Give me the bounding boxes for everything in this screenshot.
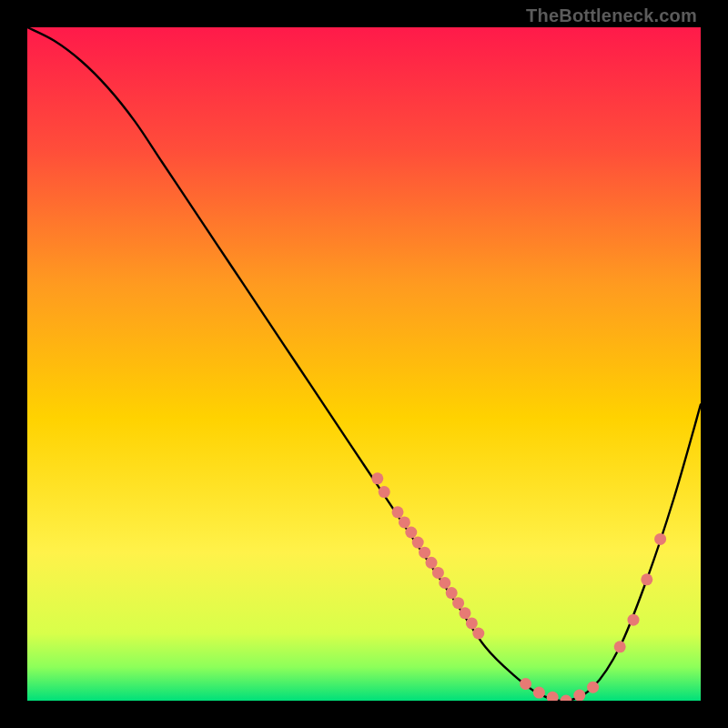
curve-dot bbox=[439, 577, 450, 589]
curve-dot bbox=[466, 617, 478, 629]
curve-dot bbox=[452, 597, 464, 609]
curve-dot bbox=[432, 567, 444, 579]
chart-frame bbox=[27, 27, 701, 701]
curve-dot bbox=[446, 587, 458, 599]
curve-dot bbox=[371, 472, 383, 484]
curve-dot bbox=[379, 486, 390, 498]
curve-dot bbox=[392, 506, 404, 518]
watermark-text: TheBottleneck.com bbox=[526, 5, 697, 26]
curve-dot bbox=[412, 537, 424, 549]
curve-dot bbox=[419, 547, 430, 559]
curve-dot bbox=[654, 533, 666, 545]
curve-dot bbox=[472, 628, 484, 640]
curve-dot bbox=[460, 607, 471, 619]
curve-dot bbox=[405, 527, 417, 539]
curve-dot bbox=[641, 573, 652, 585]
curve-dot bbox=[533, 687, 545, 699]
curve-dot bbox=[399, 516, 410, 528]
curve-dot bbox=[628, 614, 640, 626]
curve-dot bbox=[614, 641, 626, 652]
curve-dot bbox=[426, 557, 438, 569]
curve-dot bbox=[520, 678, 531, 690]
curve-dot bbox=[587, 682, 599, 693]
gradient-background bbox=[27, 27, 701, 701]
curve-dot bbox=[573, 690, 585, 701]
bottleneck-chart bbox=[27, 27, 701, 701]
